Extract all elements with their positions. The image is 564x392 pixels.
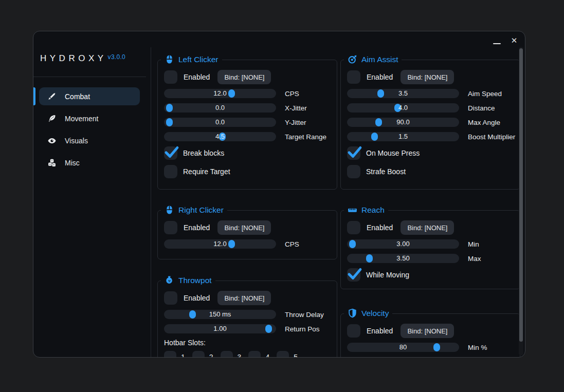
- checkbox[interactable]: [164, 146, 177, 160]
- slider-track[interactable]: 1.00: [164, 324, 276, 333]
- eye-icon: [47, 136, 57, 145]
- slider-track[interactable]: 90.0: [347, 118, 459, 127]
- minimize-button[interactable]: [491, 34, 502, 47]
- checkbox[interactable]: [347, 268, 360, 282]
- slot-label: 4: [265, 353, 269, 358]
- content-divider: [151, 47, 151, 357]
- slider-track[interactable]: [347, 357, 459, 358]
- mouse-icon: [165, 205, 174, 215]
- active-indicator: [33, 87, 35, 105]
- slider-row: 12.0 CPS: [164, 89, 331, 98]
- slider-track[interactable]: 1.5: [347, 132, 459, 141]
- slider-value: 12.0: [164, 89, 276, 98]
- checkbox[interactable]: [164, 165, 177, 178]
- slot-label: 2: [209, 353, 213, 358]
- sidebar-item-visuals[interactable]: Visuals: [39, 132, 140, 150]
- slider-track[interactable]: 3.5: [347, 89, 459, 98]
- bind-button[interactable]: Bind: [NONE]: [401, 220, 454, 235]
- slider-value: 3.00: [347, 239, 459, 249]
- slider-value: 1.5: [347, 132, 459, 141]
- shield-icon: [348, 308, 357, 318]
- slider-row: 3.00 Min: [347, 239, 514, 249]
- slider-track[interactable]: 150 ms: [164, 310, 276, 319]
- bind-button[interactable]: Bind: [NONE]: [217, 220, 271, 235]
- hotbar-slot: 2: [192, 351, 213, 358]
- enabled-checkbox[interactable]: [347, 221, 360, 234]
- slider-row: 1.5 Boost Multiplier: [347, 132, 514, 141]
- slider-label: Distance: [468, 104, 495, 112]
- slider-value: 90.0: [347, 118, 459, 127]
- slider-track[interactable]: 4.5: [164, 132, 276, 141]
- slider-value: 4.0: [347, 103, 459, 113]
- scrollbar-thumb[interactable]: [519, 48, 523, 342]
- slider-track[interactable]: 4.0: [347, 103, 459, 113]
- slider-row: 3.5 Aim Speed: [347, 89, 514, 98]
- enable-row: Enabled Bind: [NONE]: [347, 324, 514, 338]
- slider-label: Aim Speed: [468, 90, 502, 98]
- brand: HYDROXYv3.0.0: [40, 53, 125, 64]
- slot-checkbox[interactable]: [192, 351, 205, 358]
- slider-track[interactable]: 80: [347, 343, 459, 352]
- checkbox[interactable]: [347, 165, 360, 178]
- slider-label: Min %: [468, 344, 487, 351]
- enabled-checkbox[interactable]: [347, 324, 360, 338]
- slider-value: 12.0: [164, 239, 276, 249]
- enable-row: Enabled Bind: [NONE]: [347, 221, 514, 234]
- brand-name: HYDROXY: [40, 53, 107, 63]
- enabled-label: Enabled: [367, 223, 393, 232]
- slot-checkbox[interactable]: [164, 351, 176, 358]
- sidebar-item-combat[interactable]: Combat: [39, 87, 140, 105]
- sidebar-divider: [33, 77, 146, 77]
- slider-row: 90.0 Max Angle: [347, 118, 514, 127]
- bind-button[interactable]: Bind: [NONE]: [217, 291, 271, 305]
- hotbar-slot: 4: [248, 351, 269, 358]
- slot-checkbox[interactable]: [221, 351, 233, 358]
- checkbox[interactable]: [347, 146, 360, 160]
- slider-track[interactable]: 0.0: [164, 103, 276, 113]
- enable-row: Enabled Bind: [NONE]: [164, 70, 331, 84]
- slider-label: Max: [468, 255, 481, 263]
- slider-row: 4.5 Target Range: [164, 132, 331, 141]
- feather-icon: [47, 114, 57, 123]
- sword-icon: [47, 92, 57, 101]
- slider-track[interactable]: 0.0: [164, 118, 276, 127]
- enabled-checkbox[interactable]: [164, 291, 177, 305]
- minimize-icon: [493, 43, 501, 44]
- check-row: Break blocks: [164, 146, 331, 160]
- panel-aim-assist: Aim Assist Enabled Bind: [NONE] 3.5 Aim …: [340, 60, 520, 190]
- slider-track[interactable]: 12.0: [164, 89, 276, 98]
- enabled-label: Enabled: [184, 294, 210, 302]
- sidebar-item-label: Misc: [65, 159, 80, 167]
- enabled-checkbox[interactable]: [164, 70, 177, 84]
- dice-icon: [47, 158, 57, 167]
- close-button[interactable]: ✕: [508, 34, 520, 47]
- sidebar-item-movement[interactable]: Movement: [39, 109, 140, 127]
- slider-row: 3.50 Max: [347, 254, 514, 263]
- slider-track[interactable]: 3.00: [347, 239, 459, 249]
- check-icon: [163, 144, 179, 159]
- slider-track[interactable]: 12.0: [164, 239, 276, 249]
- slider-row: 12.0 CPS: [164, 239, 331, 249]
- scrollbar-track[interactable]: [519, 47, 523, 356]
- bind-button[interactable]: Bind: [NONE]: [217, 70, 271, 84]
- slider-value: 150 ms: [164, 310, 276, 319]
- slider-value: 0.0: [164, 103, 276, 113]
- hotbar-slots: 1 2 3 4: [164, 351, 331, 358]
- sidebar-item-misc[interactable]: Misc: [39, 154, 140, 172]
- slider-label: X-Jitter: [285, 104, 307, 112]
- slider-track[interactable]: 3.50: [347, 254, 459, 263]
- slider-value: 1.00: [164, 324, 276, 333]
- enabled-checkbox[interactable]: [347, 70, 360, 84]
- sidebar: HYDROXYv3.0.0 Combat Movement Visuals Mi…: [33, 31, 151, 357]
- bind-button[interactable]: Bind: [NONE]: [401, 70, 454, 84]
- enabled-checkbox[interactable]: [164, 221, 177, 234]
- slider-value: 4.5: [164, 132, 276, 141]
- check-row: Require Target: [164, 165, 331, 178]
- check-row: While Moving: [347, 268, 514, 282]
- slot-checkbox[interactable]: [248, 351, 261, 358]
- slot-checkbox[interactable]: [277, 351, 289, 358]
- bind-button[interactable]: Bind: [NONE]: [401, 324, 454, 338]
- panel-title: Aim Assist: [344, 54, 402, 64]
- slider-row: [347, 357, 514, 358]
- panel-title: Throwpot: [161, 275, 215, 285]
